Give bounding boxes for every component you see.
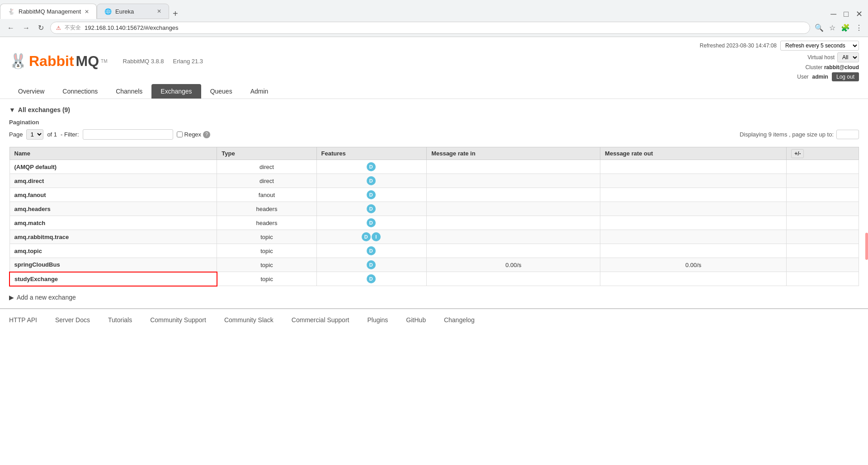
exchange-type: topic [217, 258, 316, 272]
url-text: 192.168.10.140:15672/#/exchanges [85, 24, 178, 31]
user-row: User admin Log out [797, 72, 859, 81]
restore-icon[interactable]: □ [844, 9, 849, 19]
scroll-indicator[interactable] [865, 233, 868, 260]
refresh-row: Refreshed 2023-08-30 14:47:08 Refresh ev… [700, 41, 859, 51]
footer-link[interactable]: Community Slack [224, 316, 274, 324]
exchange-plusminus-cell [787, 230, 859, 244]
table-header: Name Type Features Message rate in Messa… [9, 147, 859, 160]
vhost-select[interactable]: All [837, 52, 859, 62]
bookmark-icon[interactable]: ☆ [829, 23, 835, 32]
footer-link[interactable]: Tutorials [108, 316, 132, 324]
zoom-icon[interactable]: 🔍 [815, 23, 824, 32]
help-icon[interactable]: ? [203, 131, 210, 138]
reload-button[interactable]: ↻ [36, 22, 46, 34]
tab-rabbitmq[interactable]: 🐇 RabbitMQ Management ✕ [0, 4, 97, 19]
app: 🐰 RabbitMQ TM RabbitMQ 3.8.8 Erlang 21.3… [0, 37, 868, 461]
exchange-features: D [316, 244, 427, 258]
logo-mq: MQ [76, 53, 99, 70]
exchange-name-link[interactable]: amq.direct [14, 178, 44, 184]
footer-link[interactable]: Community Support [150, 316, 206, 324]
exchange-rate-in [427, 188, 600, 202]
table-row: studyExchangetopicD [9, 272, 859, 286]
exchange-name-link[interactable]: amq.fanout [14, 192, 46, 198]
tab-favicon: 🐇 [8, 8, 15, 15]
exchange-type: direct [217, 174, 316, 188]
exchange-name-link[interactable]: studyExchange [14, 276, 58, 282]
footer-link[interactable]: HTTP API [9, 316, 37, 324]
footer-link[interactable]: Server Docs [55, 316, 90, 324]
cluster-label: Cluster [806, 64, 823, 70]
page-size-input[interactable]: 100 [836, 130, 859, 139]
exchange-rate-out [600, 230, 787, 244]
exchange-rate-in [427, 160, 600, 174]
exchange-name-link[interactable]: springCloudBus [14, 261, 60, 268]
url-bar[interactable]: ⚠ 不安全 192.168.10.140:15672/#/exchanges [50, 22, 810, 34]
table-row: springCloudBustopicD0.00/s0.00/s [9, 258, 859, 272]
tab-eureka[interactable]: 🌐 Eureka ✕ [97, 4, 169, 19]
footer-link[interactable]: Changelog [444, 316, 475, 324]
exchange-name-link[interactable]: amq.headers [14, 206, 51, 212]
address-bar: ← → ↻ ⚠ 不安全 192.168.10.140:15672/#/excha… [0, 19, 868, 37]
nav-tab-exchanges[interactable]: Exchanges [151, 84, 201, 99]
tab-close-eureka[interactable]: ✕ [157, 8, 161, 14]
filter-input[interactable] [83, 129, 173, 140]
footer-link[interactable]: Plugins [367, 316, 388, 324]
nav-tab-connections[interactable]: Connections [53, 84, 107, 99]
nav-tab-overview[interactable]: Overview [9, 84, 53, 99]
forward-button[interactable]: → [21, 22, 32, 34]
page-select[interactable]: 1 [26, 129, 43, 140]
section-arrow-icon: ▼ [9, 106, 15, 113]
back-button[interactable]: ← [5, 22, 16, 34]
exchange-plusminus-cell [787, 258, 859, 272]
exchange-type: headers [217, 202, 316, 216]
nav-tab-queues[interactable]: Queues [201, 84, 241, 99]
nav-tab-channels[interactable]: Channels [107, 84, 151, 99]
add-exchange-label: Add a new exchange [17, 294, 76, 301]
pagination-controls: Page 1 of 1 - Filter: Regex ? Displaying… [9, 129, 859, 140]
footer-link[interactable]: GitHub [406, 316, 426, 324]
exchange-name-link[interactable]: amq.rabbitmq.trace [14, 234, 69, 240]
col-header-plusminus[interactable]: +/- [787, 147, 859, 160]
col-header-rate-in: Message rate in [427, 147, 600, 160]
col-header-type: Type [217, 147, 316, 160]
minimize-icon[interactable]: ─ [830, 9, 836, 19]
exchange-rate-out [600, 244, 787, 258]
exchange-rate-out [600, 202, 787, 216]
exchange-type: headers [217, 216, 316, 230]
logout-button[interactable]: Log out [832, 72, 859, 81]
exchange-plusminus-cell [787, 188, 859, 202]
col-header-name: Name [9, 147, 217, 160]
nav-tab-admin[interactable]: Admin [241, 84, 278, 99]
regex-checkbox[interactable] [177, 132, 183, 137]
tab-favicon-eureka: 🌐 [104, 8, 112, 15]
regex-label: Regex [184, 131, 202, 138]
regex-checkbox-group: Regex ? [177, 131, 211, 138]
extensions-icon[interactable]: 🧩 [841, 23, 850, 32]
browser-actions: 🔍 ☆ 🧩 ⋮ [815, 23, 863, 32]
table-row: (AMQP default)directD [9, 160, 859, 174]
exchange-name-link[interactable]: (AMQP default) [14, 164, 57, 170]
section-title[interactable]: ▼ All exchanges (9) [9, 106, 859, 113]
exchange-type: fanout [217, 188, 316, 202]
browser-chrome: 🐇 RabbitMQ Management ✕ 🌐 Eureka ✕ + ─ □… [0, 0, 868, 37]
version-label: RabbitMQ 3.8.8 [123, 58, 164, 65]
pagination-label: Pagination [9, 119, 859, 126]
close-icon[interactable]: ✕ [856, 9, 863, 19]
exchange-name-link[interactable]: amq.match [14, 220, 46, 226]
tab-close-rabbitmq[interactable]: ✕ [85, 9, 89, 15]
exchange-rate-in [427, 230, 600, 244]
refresh-select[interactable]: Refresh every 5 seconds No refresh Refre… [780, 41, 859, 51]
new-tab-button[interactable]: + [169, 9, 182, 19]
add-exchange[interactable]: ▶ Add a new exchange [9, 294, 859, 301]
exchange-features: D [316, 202, 427, 216]
exchange-features: D [316, 272, 427, 286]
nav-tabs: Overview Connections Channels Exchanges … [9, 84, 859, 99]
exchange-name-link[interactable]: amq.topic [14, 248, 42, 254]
exchange-rate-in: 0.00/s [427, 258, 600, 272]
exchange-features: D [316, 174, 427, 188]
plus-minus-btn[interactable]: +/- [791, 149, 804, 158]
footer-link[interactable]: Commercial Support [292, 316, 349, 324]
exchange-rate-out: 0.00/s [600, 258, 787, 272]
menu-icon[interactable]: ⋮ [855, 23, 863, 32]
exchange-plusminus-cell [787, 216, 859, 230]
